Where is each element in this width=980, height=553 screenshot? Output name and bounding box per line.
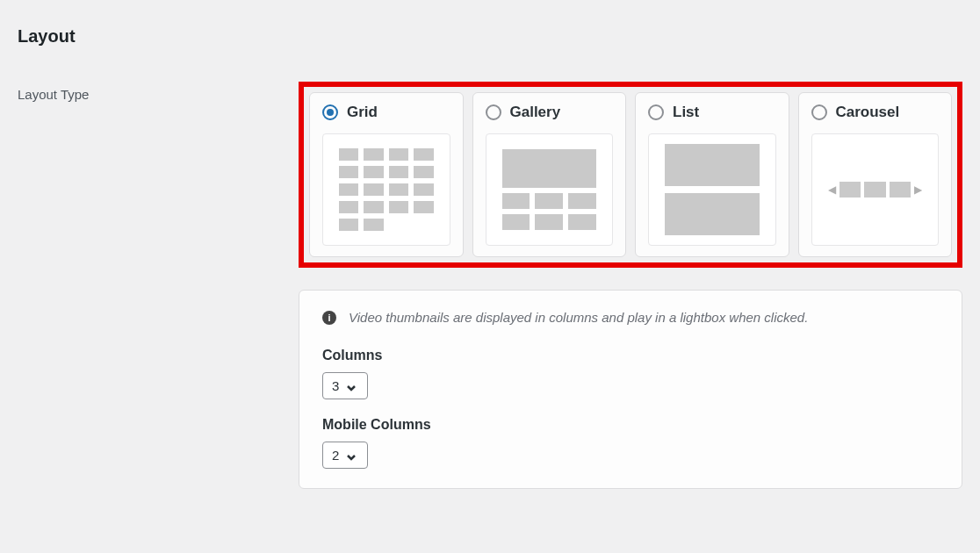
layout-option-grid[interactable]: Grid bbox=[309, 92, 464, 257]
layout-option-carousel[interactable]: Carousel ◀ ▶ bbox=[798, 92, 953, 257]
card-title: List bbox=[673, 104, 699, 121]
layout-type-row: Layout Type Grid bbox=[18, 82, 962, 489]
card-title: Grid bbox=[347, 104, 378, 121]
columns-select[interactable]: 3 bbox=[322, 372, 368, 399]
radio-carousel[interactable] bbox=[811, 104, 827, 120]
layout-type-label: Layout Type bbox=[18, 82, 299, 102]
info-panel: i Video thumbnails are displayed in colu… bbox=[299, 290, 962, 489]
section-title: Layout bbox=[18, 26, 962, 47]
card-header: Gallery bbox=[486, 104, 614, 121]
mobile-columns-value: 2 bbox=[332, 448, 339, 463]
columns-label: Columns bbox=[322, 348, 939, 363]
chevron-right-icon: ▶ bbox=[914, 183, 922, 196]
layout-options-highlight: Grid Gallery bbox=[299, 82, 962, 268]
mobile-columns-label: Mobile Columns bbox=[322, 417, 939, 433]
radio-gallery[interactable] bbox=[486, 104, 501, 120]
layout-option-gallery[interactable]: Gallery bbox=[472, 92, 627, 257]
layout-type-content: Grid Gallery bbox=[299, 82, 962, 489]
list-preview-icon bbox=[648, 133, 776, 246]
grid-preview-icon bbox=[322, 133, 450, 246]
chevron-left-icon: ◀ bbox=[828, 183, 836, 196]
card-header: List bbox=[648, 104, 776, 121]
radio-list[interactable] bbox=[648, 104, 664, 120]
carousel-preview-icon: ◀ ▶ bbox=[811, 133, 940, 246]
chevron-down-icon bbox=[346, 450, 357, 461]
mobile-columns-select[interactable]: 2 bbox=[322, 442, 368, 469]
info-icon: i bbox=[322, 311, 336, 325]
card-title: Carousel bbox=[836, 104, 900, 121]
columns-field: Columns 3 bbox=[322, 348, 939, 399]
columns-value: 3 bbox=[332, 378, 339, 393]
card-header: Carousel bbox=[811, 104, 940, 121]
card-title: Gallery bbox=[510, 104, 561, 121]
gallery-preview-icon bbox=[486, 133, 614, 246]
layout-option-list[interactable]: List bbox=[635, 92, 789, 257]
chevron-down-icon bbox=[346, 381, 357, 391]
card-header: Grid bbox=[322, 104, 450, 121]
radio-grid[interactable] bbox=[322, 104, 338, 120]
info-text: Video thumbnails are displayed in column… bbox=[349, 310, 808, 325]
info-row: i Video thumbnails are displayed in colu… bbox=[322, 310, 939, 325]
mobile-columns-field: Mobile Columns 2 bbox=[322, 417, 939, 469]
